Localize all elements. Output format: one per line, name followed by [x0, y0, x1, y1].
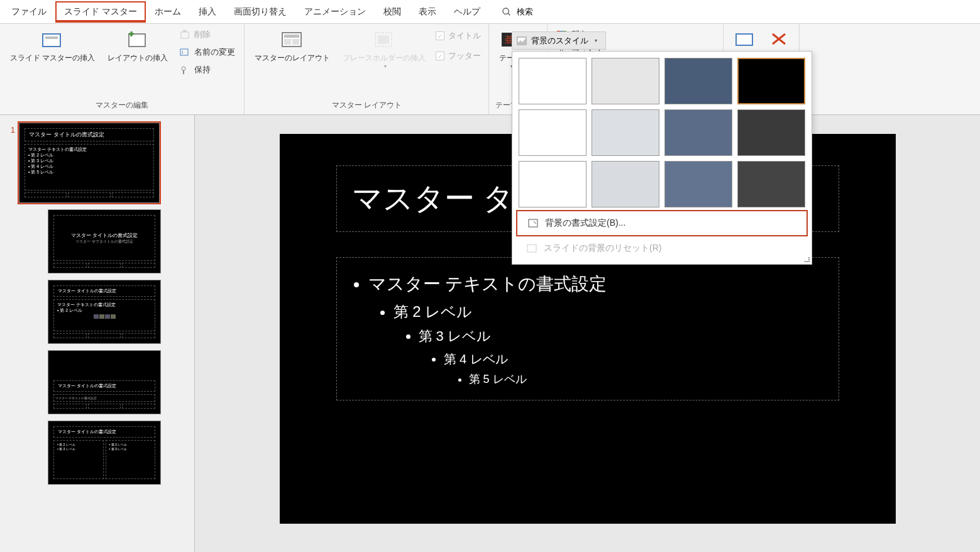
thumbnail-panel[interactable]: 1 マスター タイトルの書式設定 マスター テキストの書式設定 • 第 2 レベ…	[0, 115, 195, 552]
svg-rect-17	[378, 35, 389, 44]
svg-rect-15	[292, 39, 299, 45]
preserve-icon	[179, 64, 190, 75]
reset-background-menu-item: スライドの背景のリセット(R)	[516, 236, 808, 260]
svg-line-1	[508, 13, 510, 15]
chevron-down-icon: ▾	[384, 63, 387, 69]
bg-swatch[interactable]	[519, 161, 586, 207]
bg-swatch[interactable]	[664, 58, 732, 104]
search-icon	[502, 7, 512, 17]
menu-animation[interactable]: アニメーション	[295, 1, 375, 23]
placeholder-insert-button: プレースホルダーの挿入 ▾	[339, 28, 429, 72]
main-area: 1 マスター タイトルの書式設定 マスター テキストの書式設定 • 第 2 レベ…	[0, 115, 980, 552]
bg-swatch[interactable]	[592, 58, 659, 104]
bg-swatch-grid	[516, 55, 808, 210]
svg-rect-30	[529, 219, 537, 227]
menu-file[interactable]: ファイル	[3, 1, 55, 23]
close-master-button[interactable]	[765, 28, 793, 50]
bg-swatch[interactable]	[664, 109, 732, 156]
ribbon-group-master-edit: スライド マスターの挿入 レイアウトの挿入 削除 I 名前の変更 保持	[0, 24, 245, 114]
master-layout-button[interactable]: マスターのレイアウト	[251, 28, 334, 66]
bg-swatch-selected[interactable]	[737, 58, 805, 104]
body-placeholder[interactable]: マスター テキストの書式設定 第 2 レベル 第 3 レベル 第 4 レベル 第…	[336, 257, 839, 400]
search-box[interactable]: 検索	[502, 6, 533, 18]
svg-rect-13	[284, 35, 299, 38]
group-label-edit: マスターの編集	[6, 97, 238, 113]
layout-thumbnail[interactable]: マスター タイトルの書式設定 • 第 2 レベル • 第 3 レベル • 第 2…	[48, 421, 161, 485]
footer-checkbox: フッター	[434, 48, 482, 64]
thumb-number: 1	[5, 123, 19, 135]
menu-review[interactable]: 校閲	[375, 1, 410, 23]
menubar: ファイル スライド マスター ホーム 挿入 画面切り替え アニメーション 校閲 …	[0, 0, 980, 24]
chevron-down-icon: ▾	[595, 38, 597, 43]
insert-layout-button[interactable]: レイアウトの挿入	[104, 28, 172, 66]
menu-insert[interactable]: 挿入	[190, 1, 225, 23]
close-icon	[769, 30, 789, 48]
svg-text:I: I	[182, 50, 183, 55]
bg-swatch[interactable]	[737, 109, 805, 156]
checkbox-icon	[436, 31, 444, 40]
group-label-layout: マスター レイアウト	[251, 97, 482, 113]
menu-help[interactable]: ヘルプ	[445, 1, 489, 23]
master-thumbnail[interactable]: マスター タイトルの書式設定 マスター テキストの書式設定 • 第 2 レベル …	[19, 123, 160, 203]
insert-slide-master-button[interactable]: スライド マスターの挿入	[6, 28, 99, 66]
master-layout-icon	[281, 30, 304, 50]
bg-swatch[interactable]	[664, 161, 732, 207]
title-checkbox: タイトル	[434, 28, 482, 44]
svg-rect-31	[527, 245, 536, 252]
svg-rect-14	[284, 39, 291, 45]
preserve-button[interactable]: 保持	[177, 63, 238, 77]
menu-slide-master[interactable]: スライド マスター	[55, 1, 146, 23]
layout-thumbnail[interactable]: マスター タイトルの書式設定 マスター テキストの書式設定	[48, 350, 161, 414]
svg-point-0	[503, 8, 509, 14]
bg-swatch[interactable]	[519, 58, 586, 104]
ribbon-group-master-layout: マスターのレイアウト プレースホルダーの挿入 ▾ タイトル フッター マスター …	[245, 24, 489, 114]
format-background-menu-item[interactable]: 背景の書式設定(B)...	[516, 210, 808, 236]
resize-handle[interactable]	[804, 257, 810, 263]
slide-size-icon	[734, 30, 756, 50]
rename-icon: I	[179, 47, 190, 58]
checkbox-icon	[436, 52, 444, 60]
rename-button[interactable]: I 名前の変更	[177, 45, 238, 59]
svg-rect-26	[736, 34, 752, 45]
svg-rect-3	[45, 36, 58, 39]
ribbon: スライド マスターの挿入 レイアウトの挿入 削除 I 名前の変更 保持	[0, 24, 980, 115]
menu-transitions[interactable]: 画面切り替え	[225, 1, 295, 23]
svg-point-11	[182, 67, 185, 70]
search-label: 検索	[517, 6, 533, 18]
bg-swatch[interactable]	[519, 109, 586, 156]
layout-insert-icon	[126, 30, 149, 50]
delete-icon	[179, 29, 190, 40]
svg-rect-2	[43, 34, 60, 47]
bg-swatch[interactable]	[592, 109, 659, 156]
layout-thumbnail[interactable]: マスター タイトルの書式設定 マスター テキストの書式設定 • 第 2 レベル	[48, 280, 161, 344]
delete-button: 削除	[177, 28, 238, 41]
background-styles-button[interactable]: 背景のスタイル ▾	[512, 31, 606, 50]
menu-home[interactable]: ホーム	[146, 1, 190, 23]
format-bg-icon	[527, 218, 539, 229]
layout-thumbnail[interactable]: マスター タイトルの書式設定 マスター サブタイトルの書式設定	[48, 209, 161, 273]
background-styles-dropdown: 背景の書式設定(B)... スライドの背景のリセット(R)	[512, 51, 812, 265]
placeholder-icon	[373, 30, 395, 50]
bg-swatch[interactable]	[592, 161, 659, 207]
slide-master-icon	[41, 30, 64, 50]
svg-rect-7	[181, 32, 189, 38]
bg-style-icon	[516, 35, 527, 47]
menu-view[interactable]: 表示	[410, 1, 445, 23]
reset-bg-icon	[526, 243, 537, 254]
bg-swatch[interactable]	[737, 161, 805, 207]
